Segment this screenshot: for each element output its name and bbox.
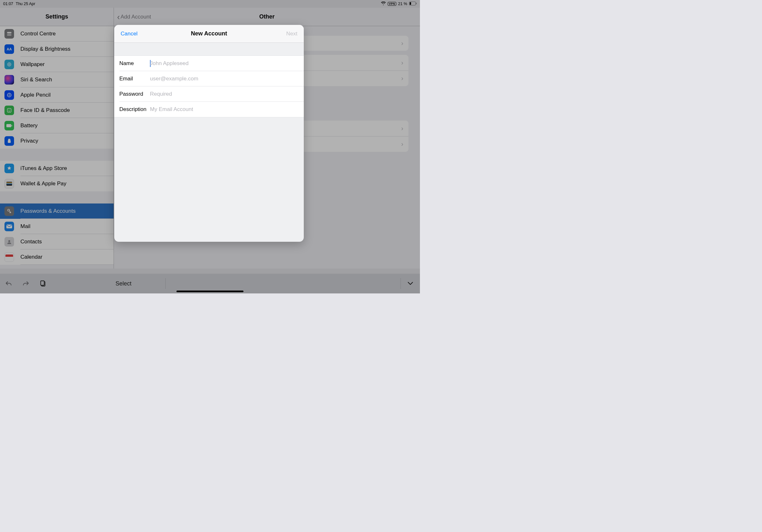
password-row: Password — [114, 87, 304, 102]
description-field[interactable] — [150, 102, 304, 117]
email-row: Email — [114, 71, 304, 87]
password-field[interactable] — [150, 87, 304, 102]
description-row: Description — [114, 102, 304, 117]
description-label: Description — [119, 106, 150, 112]
next-button[interactable]: Next — [286, 31, 297, 37]
name-label: Name — [119, 60, 150, 67]
name-row: Name — [114, 56, 304, 71]
name-field[interactable] — [150, 56, 304, 71]
password-label: Password — [119, 91, 150, 97]
cancel-button[interactable]: Cancel — [120, 31, 137, 37]
modal-title: New Account — [191, 30, 227, 37]
email-label: Email — [119, 76, 150, 82]
email-field[interactable] — [150, 71, 304, 87]
new-account-modal: Cancel New Account Next Name Email Passw… — [114, 25, 304, 242]
